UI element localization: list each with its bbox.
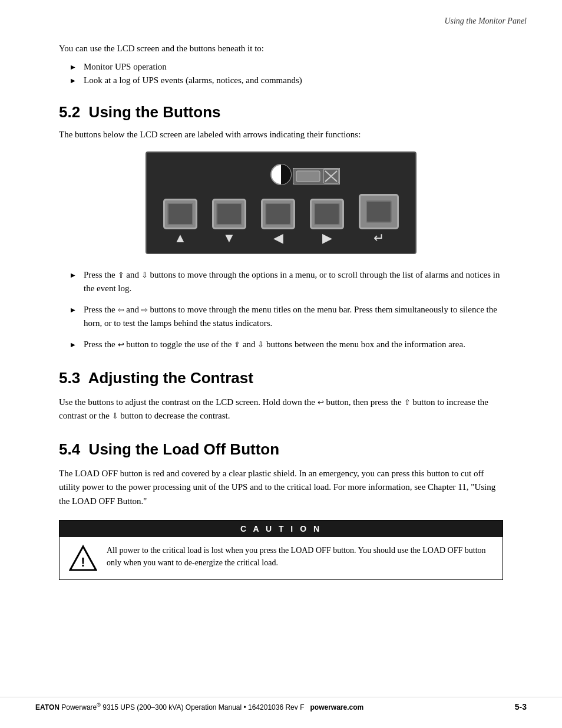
section-52-bullet-1: Press the ⇧ and ⇩ buttons to move throug… [71, 268, 503, 295]
btn-body-down [212, 199, 246, 229]
panel-button-up: ▲ [163, 199, 197, 245]
btn-body-left [261, 199, 295, 229]
btn-arrow-right: ▶ [322, 232, 332, 245]
section-52-bullet-2: Press the ⇦ and ⇨ buttons to move throug… [71, 303, 503, 330]
svg-rect-2 [296, 171, 320, 182]
main-content: You can use the LCD screen and the butto… [0, 32, 562, 615]
page-container: Using the Monitor Panel You can use the … [0, 0, 562, 728]
caution-text: All power to the critical load is lost w… [107, 544, 493, 569]
svg-text:!: ! [81, 555, 85, 569]
caution-box: C A U T I O N ! All power to the critica… [59, 520, 503, 580]
footer-left: EATON Powerware® 9315 UPS (200–300 kVA) … [35, 702, 363, 711]
panel-button-enter: ↵ [359, 194, 399, 245]
section-52-bullet-3: Press the ↩ button to toggle the use of … [71, 338, 503, 351]
section-54: 5.4 Using the Load Off Button The LOAD O… [59, 440, 503, 580]
section-52-heading: 5.2 Using the Buttons [59, 103, 503, 121]
contrast-circle [270, 163, 292, 188]
btn-inner-up [167, 203, 193, 225]
btn-inner-right [314, 203, 340, 225]
section-54-heading: 5.4 Using the Load Off Button [59, 440, 503, 459]
panel-button-right: ▶ [310, 199, 344, 245]
section-53-body: Use the buttons to adjust the contrast o… [59, 396, 503, 423]
btn-body-up [163, 199, 197, 229]
btn-body-right [310, 199, 344, 229]
button-diagram: ▲ ▼ [59, 151, 503, 254]
diagram-top-section [161, 163, 401, 189]
btn-body-enter [359, 194, 399, 229]
page-header: Using the Monitor Panel [0, 0, 562, 32]
lcd-symbol [293, 168, 340, 187]
section-52-bullets: Press the ⇧ and ⇩ buttons to move throug… [71, 268, 503, 351]
intro-bullet-2: Look at a log of UPS events (alarms, not… [71, 75, 503, 85]
footer-page-number: 5-3 [515, 702, 527, 711]
btn-arrow-enter: ↵ [373, 232, 384, 245]
page-footer: EATON Powerware® 9315 UPS (200–300 kVA) … [0, 697, 562, 711]
section-54-body: The LOAD OFF button is red and covered b… [59, 467, 503, 508]
intro-paragraph: You can use the LCD screen and the butto… [59, 44, 503, 54]
header-text: Using the Monitor Panel [444, 17, 527, 25]
btn-inner-down [216, 203, 242, 225]
intro-bullet-1: Monitor UPS operation [71, 62, 503, 72]
section-53: 5.3 Adjusting the Contrast Use the butto… [59, 369, 503, 423]
panel-button-left: ◀ [261, 199, 295, 245]
caution-header: C A U T I O N [59, 521, 503, 537]
btn-inner-enter [366, 200, 392, 223]
diagram-buttons-row: ▲ ▼ [161, 194, 401, 245]
intro-bullet-list: Monitor UPS operation Look at a log of U… [71, 62, 503, 85]
btn-arrow-down: ▼ [223, 232, 236, 245]
panel-button-down: ▼ [212, 199, 246, 245]
section-52: 5.2 Using the Buttons The buttons below … [59, 103, 503, 351]
section-52-subtext: The buttons below the LCD screen are lab… [59, 130, 503, 140]
diagram-box: ▲ ▼ [146, 151, 416, 254]
caution-warning-icon: ! [69, 544, 97, 572]
footer-brand: EATON [35, 703, 59, 711]
footer-product: Powerware® [61, 703, 103, 711]
footer-model: 9315 UPS (200–300 kVA) Operation Manual … [103, 703, 304, 711]
btn-arrow-up: ▲ [174, 232, 187, 245]
section-53-heading: 5.3 Adjusting the Contrast [59, 369, 503, 387]
footer-website: powerware.com [310, 703, 363, 711]
btn-arrow-left: ◀ [273, 232, 283, 245]
caution-body: ! All power to the critical load is lost… [59, 537, 503, 579]
btn-inner-left [265, 203, 291, 225]
